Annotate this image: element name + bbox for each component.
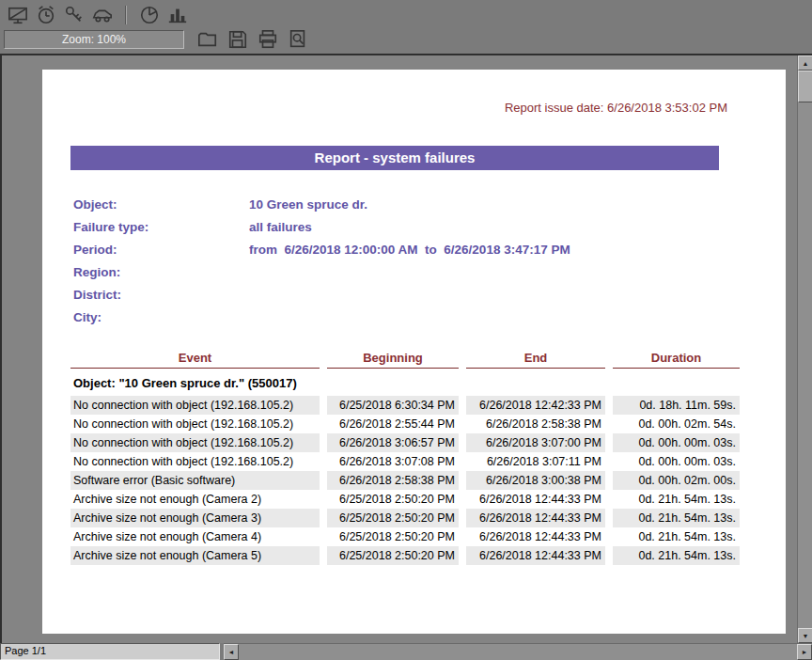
- cell-duration: 0d. 00h. 02m. 54s.: [613, 415, 740, 433]
- horizontal-scrollbar[interactable]: ◄ ►: [224, 643, 812, 660]
- open-folder-icon: [197, 29, 218, 50]
- table-row: Archive size not enough (Camera 4) 6/25/…: [70, 527, 740, 546]
- field-region: Region:: [73, 260, 786, 283]
- vertical-scroll-track[interactable]: [798, 102, 812, 628]
- print-preview-button[interactable]: [284, 28, 312, 51]
- cell-beginning: 6/25/2018 2:50:20 PM: [327, 527, 459, 546]
- table-row: No connection with object (192.168.105.2…: [70, 415, 740, 433]
- horizontal-scroll-track[interactable]: [239, 644, 797, 660]
- field-label: Failure type:: [73, 220, 249, 234]
- save-button[interactable]: [224, 28, 252, 51]
- cell-duration: 0d. 00h. 00m. 03s.: [613, 433, 740, 452]
- cell-end: 6/26/2018 12:44:33 PM: [466, 509, 605, 527]
- print-icon: [258, 29, 278, 50]
- vertical-scrollbar[interactable]: ▲ ▼: [797, 55, 812, 643]
- cell-event: Archive size not enough (Camera 2): [70, 490, 320, 509]
- column-header-beginning: Beginning: [327, 347, 459, 369]
- field-failure-type: Failure type: all failures: [73, 215, 786, 238]
- pie-chart-button[interactable]: [135, 4, 164, 26]
- cell-end: 6/26/2018 12:42:33 PM: [466, 396, 605, 415]
- report-title: Report - system failures: [70, 146, 719, 170]
- field-object: Object: 10 Green spruce dr.: [73, 193, 786, 215]
- column-header-duration: Duration: [613, 347, 740, 369]
- cell-event: Software error (Basic software): [70, 471, 320, 490]
- report-page: Report issue date: 6/26/2018 3:53:02 PM …: [42, 70, 786, 634]
- cell-duration: 0d. 21h. 54m. 13s.: [613, 527, 740, 546]
- cell-beginning: 6/25/2018 2:50:20 PM: [327, 546, 459, 565]
- column-header-end: End: [466, 347, 605, 369]
- cell-beginning: 6/26/2018 2:55:44 PM: [327, 415, 459, 433]
- toolbar-separator: [125, 6, 127, 24]
- cell-event: No connection with object (192.168.105.2…: [70, 433, 320, 452]
- field-value: from 6/26/2018 12:00:00 AM to 6/26/2018 …: [249, 243, 570, 257]
- arrow-left-icon: ◄: [228, 649, 235, 655]
- column-header-event: Event: [70, 347, 320, 369]
- cell-end: 6/26/2018 3:00:38 PM: [466, 471, 605, 490]
- cell-end: 6/26/2018 3:07:00 PM: [466, 433, 605, 452]
- display-icon: [8, 6, 28, 25]
- cell-end: 6/26/2018 12:44:33 PM: [466, 527, 605, 546]
- open-button[interactable]: [194, 28, 222, 51]
- field-label: Period:: [73, 243, 249, 257]
- cell-duration: 0d. 00h. 02m. 00s.: [613, 471, 740, 490]
- status-bar: Page 1/1 ◄ ►: [0, 643, 812, 660]
- vertical-scroll-thumb[interactable]: [798, 71, 812, 102]
- field-label: City:: [73, 310, 249, 324]
- key-button[interactable]: [60, 4, 88, 26]
- field-district: District:: [73, 283, 786, 306]
- print-button[interactable]: [254, 28, 282, 51]
- toolbar-main: [0, 0, 812, 28]
- cell-duration: 0d. 18h. 11m. 59s.: [613, 396, 740, 415]
- pie-chart-icon: [139, 5, 160, 25]
- alarm-clock-button[interactable]: [32, 4, 60, 26]
- toolbar-preview: Zoom: 100%: [0, 28, 812, 54]
- scroll-right-button[interactable]: ►: [797, 644, 812, 660]
- failures-table: Event Beginning End Duration Object: "10…: [70, 347, 740, 565]
- table-row: Archive size not enough (Camera 2) 6/25/…: [70, 490, 740, 509]
- cell-beginning: 6/26/2018 2:58:38 PM: [327, 471, 459, 490]
- bar-chart-button[interactable]: [164, 4, 192, 26]
- report-parameters: Object: 10 Green spruce dr. Failure type…: [73, 193, 786, 328]
- display-button[interactable]: [4, 4, 32, 26]
- cell-event: Archive size not enough (Camera 5): [70, 546, 320, 565]
- cell-beginning: 6/25/2018 2:50:20 PM: [327, 490, 459, 509]
- print-preview-icon: [288, 29, 308, 50]
- page-indicator: Page 1/1: [0, 643, 220, 660]
- cell-event: No connection with object (192.168.105.2…: [70, 415, 320, 433]
- cell-event: Archive size not enough (Camera 4): [70, 527, 320, 546]
- report-preview-area: Report issue date: 6/26/2018 3:53:02 PM …: [0, 54, 812, 643]
- table-row: No connection with object (192.168.105.2…: [70, 452, 740, 471]
- cell-duration: 0d. 21h. 54m. 13s.: [613, 490, 740, 509]
- scroll-up-button[interactable]: ▲: [798, 55, 812, 71]
- cell-event: No connection with object (192.168.105.2…: [70, 396, 320, 415]
- scroll-left-button[interactable]: ◄: [224, 644, 239, 660]
- car-button[interactable]: [88, 4, 117, 26]
- cell-beginning: 6/26/2018 3:07:08 PM: [327, 452, 459, 471]
- table-row: Archive size not enough (Camera 3) 6/25/…: [70, 509, 740, 527]
- save-icon: [227, 29, 248, 50]
- cell-beginning: 6/26/2018 3:06:57 PM: [327, 433, 459, 452]
- table-row: No connection with object (192.168.105.2…: [70, 433, 740, 452]
- bar-chart-icon: [167, 5, 188, 25]
- report-viewer-window: Zoom: 100%: [0, 0, 812, 660]
- cell-end: 6/26/2018 2:58:38 PM: [466, 415, 605, 433]
- cell-end: 6/26/2018 12:44:33 PM: [466, 546, 605, 565]
- field-period: Period: from 6/26/2018 12:00:00 AM to 6/…: [73, 238, 786, 260]
- cell-event: Archive size not enough (Camera 3): [70, 509, 320, 527]
- cell-end: 6/26/2018 12:44:33 PM: [466, 490, 605, 509]
- table-group-row: Object: "10 Green spruce dr." (550017): [70, 369, 740, 396]
- scroll-down-button[interactable]: ▼: [798, 628, 812, 643]
- cell-beginning: 6/25/2018 2:50:20 PM: [327, 509, 459, 527]
- table-row: Software error (Basic software) 6/26/201…: [70, 471, 740, 490]
- cell-duration: 0d. 21h. 54m. 13s.: [613, 546, 740, 565]
- field-value: 10 Green spruce dr.: [249, 197, 367, 212]
- field-label: Object:: [73, 197, 249, 212]
- key-icon: [64, 5, 85, 25]
- cell-beginning: 6/25/2018 6:30:34 PM: [327, 396, 459, 415]
- arrow-down-icon: ▼: [803, 633, 809, 639]
- cell-duration: 0d. 21h. 54m. 13s.: [613, 509, 740, 527]
- cell-end: 6/26/2018 3:07:11 PM: [466, 452, 605, 471]
- table-header-row: Event Beginning End Duration: [70, 347, 740, 369]
- alarm-clock-icon: [36, 5, 56, 25]
- field-label: Region:: [73, 265, 249, 279]
